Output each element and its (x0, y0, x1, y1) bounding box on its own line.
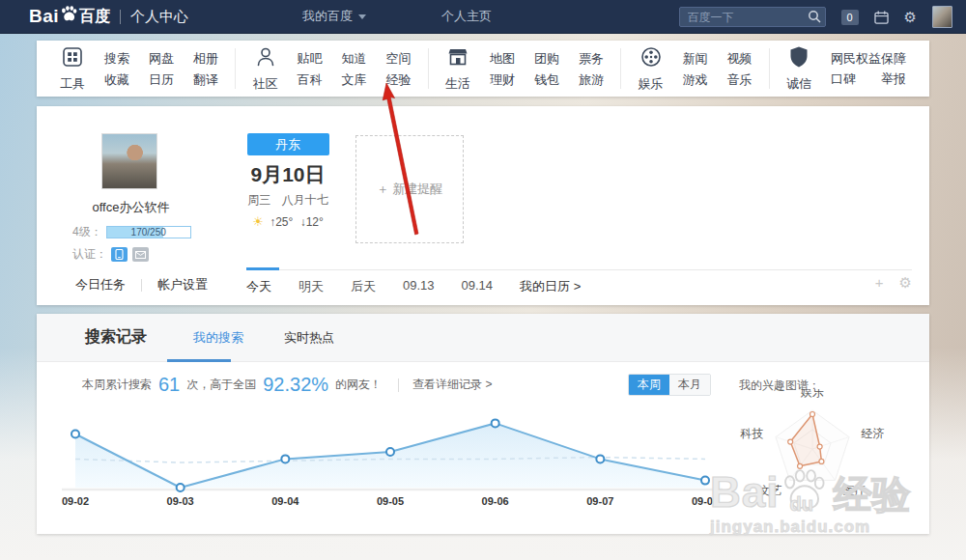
toolbar-item-games[interactable]: 游戏 (683, 73, 708, 86)
section-title: 搜索记录 (85, 327, 147, 348)
toolbar-item-news[interactable]: 新闻 (683, 52, 708, 65)
phone-verified-icon[interactable] (111, 247, 128, 262)
toolbar-item-search[interactable]: 搜索 (104, 52, 129, 65)
toolbar-item-favorites[interactable]: 收藏 (104, 73, 129, 86)
toolbar-item-map[interactable]: 地图 (490, 52, 515, 65)
new-reminder-box[interactable]: ＋ 新建提醒 (355, 135, 464, 243)
svg-text:娱乐: 娱乐 (800, 389, 824, 399)
tab-0913[interactable]: 09.13 (403, 278, 435, 295)
toolbar-item-music[interactable]: 音乐 (727, 73, 753, 86)
toolbar-item-licai[interactable]: 理财 (490, 73, 515, 86)
baidu-paw-icon (60, 6, 77, 25)
plus-icon[interactable]: + (875, 274, 884, 292)
toolbar-item-netdisk[interactable]: 网盘 (149, 52, 174, 65)
calendar-icon[interactable] (874, 11, 889, 24)
toolbar-item-entertainment[interactable]: 娱乐 (639, 45, 664, 93)
stats-mid: 次，高于全国 (186, 377, 256, 393)
toolbar-divider (620, 48, 621, 89)
search-stats: 本周累计搜索 61 次，高于全国 92.32% 的网友！ 查看详细记录 > (79, 374, 492, 396)
profile-calendar-card: offce办公软件 4级： 170/250 认证： 今日任务 帐户设置 丹东 9… (37, 106, 929, 305)
tab-tomorrow[interactable]: 明天 (298, 278, 324, 295)
active-tab-indicator (246, 267, 279, 270)
toolbar-item-tickets[interactable]: 票务 (579, 52, 604, 65)
this-month-button[interactable]: 本月 (669, 375, 710, 395)
toolbar-item-translate[interactable]: 翻译 (193, 73, 218, 86)
tab-0914[interactable]: 09.14 (462, 278, 494, 295)
active-search-tab-indicator (167, 359, 231, 362)
toolbar-item-report[interactable]: 举报 (881, 72, 906, 85)
date-tabs: 今天 明天 后天 09.13 09.14 我的日历 > (246, 278, 581, 295)
toolbar-item-space[interactable]: 空间 (386, 52, 412, 65)
sun-icon: ☀ (252, 214, 264, 229)
message-count-badge[interactable]: 0 (841, 10, 859, 25)
baidu-logo[interactable]: Bai 百度 (29, 6, 110, 27)
toolbar-item-tuangou[interactable]: 团购 (534, 52, 559, 65)
profile-username: offce办公软件 (37, 199, 225, 216)
view-details-link[interactable]: 查看详细记录 > (412, 377, 492, 393)
toolbar-item-baike[interactable]: 百科 (298, 73, 323, 86)
toolbar-group-tools: 工具 搜索收藏 网盘日历 相册翻译 (60, 45, 218, 93)
calendar-week-lunar: 周三 八月十七 (230, 192, 346, 209)
link-divider (141, 279, 142, 292)
toolbar-item-tieba[interactable]: 贴吧 (298, 52, 323, 65)
my-calendar-link[interactable]: 我的日历 > (520, 278, 581, 295)
calendar-tools: + ⚙ (875, 274, 912, 292)
logo-divider (120, 10, 121, 24)
toolbar-item-calendar[interactable]: 日历 (149, 73, 174, 86)
top-navbar: Bai 百度 个人中心 我的百度 (0, 0, 966, 34)
search-input[interactable] (679, 7, 826, 27)
stats-suffix: 的网友！ (335, 377, 382, 393)
navbar-search (679, 7, 826, 27)
navbar-menu: 我的百度 个人主页 (302, 8, 567, 25)
navbar-avatar[interactable] (932, 6, 952, 28)
menu-my-baidu[interactable]: 我的百度 (302, 8, 366, 25)
this-week-button[interactable]: 本周 (629, 375, 669, 395)
account-settings-link[interactable]: 帐户设置 (157, 276, 208, 294)
toolbar-item-wallet[interactable]: 钱包 (534, 73, 559, 86)
tab-my-search[interactable]: 我的搜索 (193, 329, 243, 347)
logo-text-cn: 百度 (79, 7, 110, 27)
level-progress-text: 170/250 (107, 227, 190, 238)
menu-personal-home[interactable]: 个人主页 (441, 8, 492, 25)
search-icon[interactable] (808, 10, 821, 27)
toolbar-item-integrity[interactable]: 诚信 (786, 45, 811, 93)
level-progress-bar: 170/250 (106, 226, 191, 238)
film-reel-icon (639, 45, 663, 72)
gear-icon[interactable]: ⚙ (899, 274, 912, 292)
tab-today[interactable]: 今天 (246, 278, 271, 295)
today-tasks-link[interactable]: 今日任务 (75, 276, 126, 294)
grid-icon (61, 45, 84, 72)
stats-prefix: 本周累计搜索 (82, 377, 152, 393)
services-toolbar: 工具 搜索收藏 网盘日历 相册翻译 社区 贴吧百科 知道文库 空间经验 (37, 41, 929, 97)
toolbar-item-community[interactable]: 社区 (253, 45, 278, 93)
level-row: 4级： 170/250 (72, 224, 191, 240)
profile-links: 今日任务 帐户设置 (75, 276, 208, 294)
toolbar-item-album[interactable]: 相册 (193, 52, 218, 65)
gear-icon[interactable]: ⚙ (904, 9, 917, 26)
logo-text-bai: Bai (29, 6, 59, 27)
toolbar-item-wenku[interactable]: 文库 (342, 73, 367, 86)
search-record-card: 搜索记录 我的搜索 实时热点 本周累计搜索 61 次，高于全国 92.32% 的… (37, 314, 929, 534)
toolbar-item-travel[interactable]: 旅游 (579, 73, 604, 86)
city-button[interactable]: 丹东 (247, 133, 329, 155)
toolbar-item-tools[interactable]: 工具 (60, 45, 85, 93)
stats-count: 61 (158, 374, 180, 396)
toolbar-item-life[interactable]: 生活 (445, 45, 470, 93)
page-title: 个人中心 (130, 8, 188, 26)
search-line-chart: 09-0209-0309-0409-0509-0609-0709-08 (56, 403, 732, 517)
brand-area: Bai 百度 个人中心 (29, 6, 188, 27)
chevron-down-icon (358, 14, 366, 19)
person-icon (254, 45, 277, 72)
toolbar-item-koubei[interactable]: 口碑 (831, 72, 856, 85)
email-verify-icon[interactable] (132, 247, 149, 262)
toolbar-item-video[interactable]: 视频 (727, 52, 753, 65)
baidu-personal-center-page: Bai 百度 个人中心 我的百度 (0, 0, 966, 560)
toolbar-item-zhidao[interactable]: 知道 (342, 52, 367, 65)
profile-avatar[interactable] (101, 133, 157, 189)
svg-text:09-08: 09-08 (692, 495, 719, 507)
tab-hot-topics[interactable]: 实时热点 (284, 329, 334, 347)
toolbar-item-rights-protection[interactable]: 网民权益保障 (831, 52, 906, 65)
tab-day-after[interactable]: 后天 (351, 278, 376, 295)
toolbar-item-jingyan[interactable]: 经验 (386, 73, 412, 86)
shield-icon (788, 45, 810, 72)
